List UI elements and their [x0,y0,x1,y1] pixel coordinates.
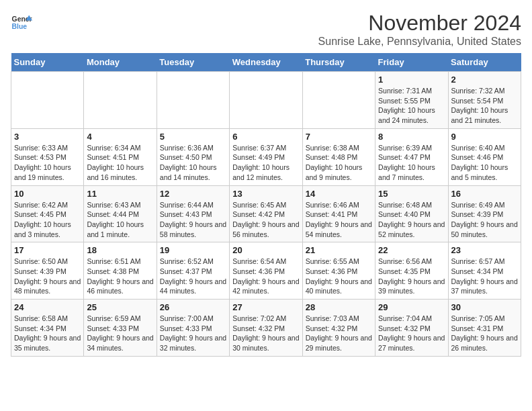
day-info: Sunrise: 6:38 AM Sunset: 4:48 PM Dayligh… [306,143,372,183]
subtitle: Sunrise Lake, Pennsylvania, United State… [318,36,521,48]
day-number: 15 [378,189,445,199]
day-number: 24 [14,302,81,312]
day-info: Sunrise: 6:33 AM Sunset: 4:53 PM Dayligh… [14,143,81,183]
day-info: Sunrise: 6:46 AM Sunset: 4:41 PM Dayligh… [306,200,372,240]
day-info: Sunrise: 6:50 AM Sunset: 4:39 PM Dayligh… [14,257,81,296]
day-number: 16 [451,189,518,199]
day-info: Sunrise: 6:51 AM Sunset: 4:38 PM Dayligh… [87,257,153,296]
calendar-cell: 10Sunrise: 6:42 AM Sunset: 4:45 PM Dayli… [11,185,84,242]
day-number: 3 [14,132,81,142]
calendar-body: 1Sunrise: 7:31 AM Sunset: 5:55 PM Daylig… [11,72,521,357]
day-number: 25 [87,302,153,312]
header-cell-friday: Friday [375,53,448,72]
calendar-cell [302,72,375,129]
day-info: Sunrise: 6:37 AM Sunset: 4:49 PM Dayligh… [232,143,299,183]
calendar-week-1: 3Sunrise: 6:33 AM Sunset: 4:53 PM Daylig… [11,128,521,185]
header-cell-sunday: Sunday [11,53,84,72]
day-number: 26 [160,302,226,312]
day-number: 20 [232,245,299,255]
day-info: Sunrise: 6:43 AM Sunset: 4:44 PM Dayligh… [87,200,153,240]
calendar-cell: 13Sunrise: 6:45 AM Sunset: 4:42 PM Dayli… [230,185,302,242]
day-number: 12 [160,189,226,199]
calendar-week-4: 24Sunrise: 6:58 AM Sunset: 4:34 PM Dayli… [11,300,521,357]
day-number: 5 [160,132,226,142]
day-info: Sunrise: 7:31 AM Sunset: 5:55 PM Dayligh… [378,86,445,126]
calendar-cell [230,72,302,129]
day-info: Sunrise: 6:55 AM Sunset: 4:36 PM Dayligh… [306,257,372,296]
day-info: Sunrise: 7:02 AM Sunset: 4:32 PM Dayligh… [232,314,299,353]
calendar-cell: 28Sunrise: 7:03 AM Sunset: 4:32 PM Dayli… [302,300,375,357]
day-info: Sunrise: 6:42 AM Sunset: 4:45 PM Dayligh… [14,200,81,240]
day-number: 6 [232,132,299,142]
header-cell-monday: Monday [84,53,157,72]
calendar-cell: 3Sunrise: 6:33 AM Sunset: 4:53 PM Daylig… [11,128,84,185]
calendar-header: SundayMondayTuesdayWednesdayThursdayFrid… [11,53,521,72]
calendar-cell: 22Sunrise: 6:56 AM Sunset: 4:35 PM Dayli… [375,242,448,300]
calendar-cell: 6Sunrise: 6:37 AM Sunset: 4:49 PM Daylig… [230,128,302,185]
calendar-cell: 16Sunrise: 6:49 AM Sunset: 4:39 PM Dayli… [448,185,521,242]
header-cell-thursday: Thursday [302,53,375,72]
calendar-cell: 7Sunrise: 6:38 AM Sunset: 4:48 PM Daylig… [302,128,375,185]
calendar-cell: 20Sunrise: 6:54 AM Sunset: 4:36 PM Dayli… [230,242,302,300]
calendar-cell [84,72,157,129]
calendar-cell: 1Sunrise: 7:31 AM Sunset: 5:55 PM Daylig… [375,72,448,129]
day-info: Sunrise: 7:00 AM Sunset: 4:33 PM Dayligh… [160,314,226,353]
day-number: 23 [451,245,518,255]
calendar-cell: 25Sunrise: 6:59 AM Sunset: 4:33 PM Dayli… [84,300,157,357]
day-number: 27 [232,302,299,312]
day-info: Sunrise: 6:57 AM Sunset: 4:34 PM Dayligh… [451,257,518,296]
calendar-cell: 8Sunrise: 6:39 AM Sunset: 4:47 PM Daylig… [375,128,448,185]
day-info: Sunrise: 6:54 AM Sunset: 4:36 PM Dayligh… [232,257,299,296]
calendar-cell: 11Sunrise: 6:43 AM Sunset: 4:44 PM Dayli… [84,185,157,242]
calendar-cell: 26Sunrise: 7:00 AM Sunset: 4:33 PM Dayli… [157,300,229,357]
day-number: 8 [378,132,445,142]
day-info: Sunrise: 6:56 AM Sunset: 4:35 PM Dayligh… [378,257,445,296]
calendar-cell: 27Sunrise: 7:02 AM Sunset: 4:32 PM Dayli… [230,300,302,357]
calendar-cell: 21Sunrise: 6:55 AM Sunset: 4:36 PM Dayli… [302,242,375,300]
header-cell-wednesday: Wednesday [230,53,302,72]
day-number: 11 [87,189,153,199]
calendar-week-3: 17Sunrise: 6:50 AM Sunset: 4:39 PM Dayli… [11,242,521,300]
day-number: 4 [87,132,153,142]
day-number: 18 [87,245,153,255]
day-number: 7 [306,132,372,142]
calendar-cell: 2Sunrise: 7:32 AM Sunset: 5:54 PM Daylig… [448,72,521,129]
day-number: 19 [160,245,226,255]
day-number: 14 [306,189,372,199]
calendar-cell: 29Sunrise: 7:04 AM Sunset: 4:32 PM Dayli… [375,300,448,357]
header-cell-saturday: Saturday [448,53,521,72]
logo: General Blue [11,11,32,32]
day-number: 30 [451,302,518,312]
day-number: 17 [14,245,81,255]
calendar-cell: 4Sunrise: 6:34 AM Sunset: 4:51 PM Daylig… [84,128,157,185]
calendar-cell: 18Sunrise: 6:51 AM Sunset: 4:38 PM Dayli… [84,242,157,300]
svg-text:Blue: Blue [12,23,28,30]
day-info: Sunrise: 6:58 AM Sunset: 4:34 PM Dayligh… [14,314,81,353]
calendar-cell [157,72,229,129]
day-number: 22 [378,245,445,255]
day-info: Sunrise: 7:03 AM Sunset: 4:32 PM Dayligh… [306,314,372,353]
day-number: 29 [378,302,445,312]
day-info: Sunrise: 6:44 AM Sunset: 4:43 PM Dayligh… [160,200,226,240]
day-info: Sunrise: 7:05 AM Sunset: 4:31 PM Dayligh… [451,314,518,353]
day-info: Sunrise: 6:52 AM Sunset: 4:37 PM Dayligh… [160,257,226,296]
calendar-cell [11,72,84,129]
day-info: Sunrise: 7:32 AM Sunset: 5:54 PM Dayligh… [451,86,518,126]
day-info: Sunrise: 6:36 AM Sunset: 4:50 PM Dayligh… [160,143,226,183]
day-info: Sunrise: 6:40 AM Sunset: 4:46 PM Dayligh… [451,143,518,183]
calendar-cell: 15Sunrise: 6:48 AM Sunset: 4:40 PM Dayli… [375,185,448,242]
day-info: Sunrise: 6:59 AM Sunset: 4:33 PM Dayligh… [87,314,153,353]
day-info: Sunrise: 6:39 AM Sunset: 4:47 PM Dayligh… [378,143,445,183]
day-info: Sunrise: 6:34 AM Sunset: 4:51 PM Dayligh… [87,143,153,183]
calendar-cell: 14Sunrise: 6:46 AM Sunset: 4:41 PM Dayli… [302,185,375,242]
day-info: Sunrise: 6:49 AM Sunset: 4:39 PM Dayligh… [451,200,518,240]
calendar-cell: 24Sunrise: 6:58 AM Sunset: 4:34 PM Dayli… [11,300,84,357]
day-number: 9 [451,132,518,142]
header-cell-tuesday: Tuesday [157,53,229,72]
day-number: 28 [306,302,372,312]
day-number: 13 [232,189,299,199]
calendar-cell: 9Sunrise: 6:40 AM Sunset: 4:46 PM Daylig… [448,128,521,185]
calendar-week-2: 10Sunrise: 6:42 AM Sunset: 4:45 PM Dayli… [11,185,521,242]
day-number: 1 [378,75,445,85]
day-number: 10 [14,189,81,199]
